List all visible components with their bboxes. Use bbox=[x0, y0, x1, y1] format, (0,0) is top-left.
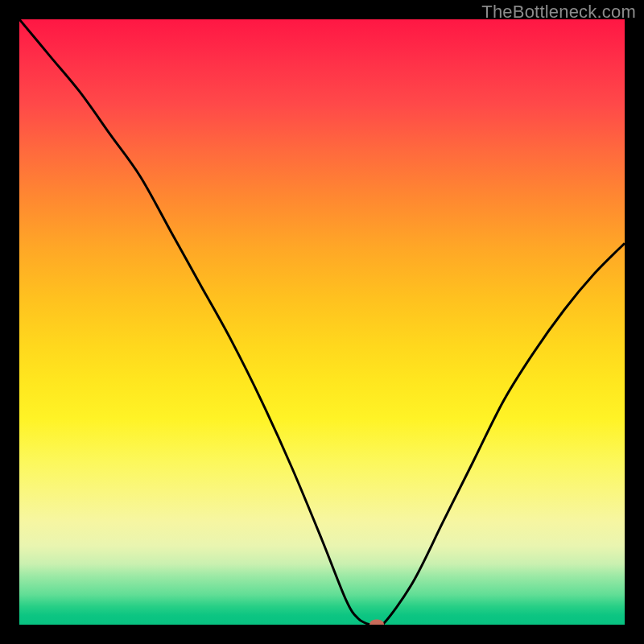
chart-stage: TheBottleneck.com bbox=[0, 0, 644, 644]
bottleneck-curve bbox=[19, 19, 625, 625]
minimum-marker-dot bbox=[369, 620, 384, 625]
curve-svg bbox=[19, 19, 625, 625]
plot-area bbox=[19, 19, 625, 625]
